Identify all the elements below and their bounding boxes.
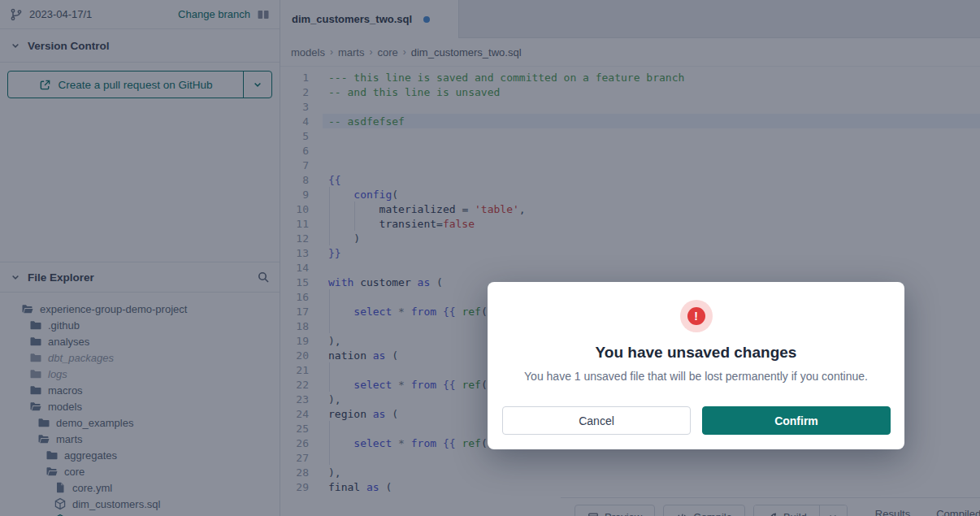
unsaved-changes-modal: ! You have unsaved changes You have 1 un… — [488, 282, 904, 449]
cancel-button[interactable]: Cancel — [502, 406, 691, 435]
confirm-button[interactable]: Confirm — [702, 406, 891, 435]
modal-body-text: You have 1 unsaved file that will be los… — [488, 370, 904, 383]
alert-exclamation-icon: ! — [687, 307, 705, 325]
modal-actions: Cancel Confirm — [502, 406, 891, 435]
modal-title: You have unsaved changes — [488, 344, 904, 362]
alert-icon-circle: ! — [680, 300, 713, 332]
dbt-cloud-ide: 2023-04-17/1 Change branch Version Contr… — [0, 0, 980, 516]
